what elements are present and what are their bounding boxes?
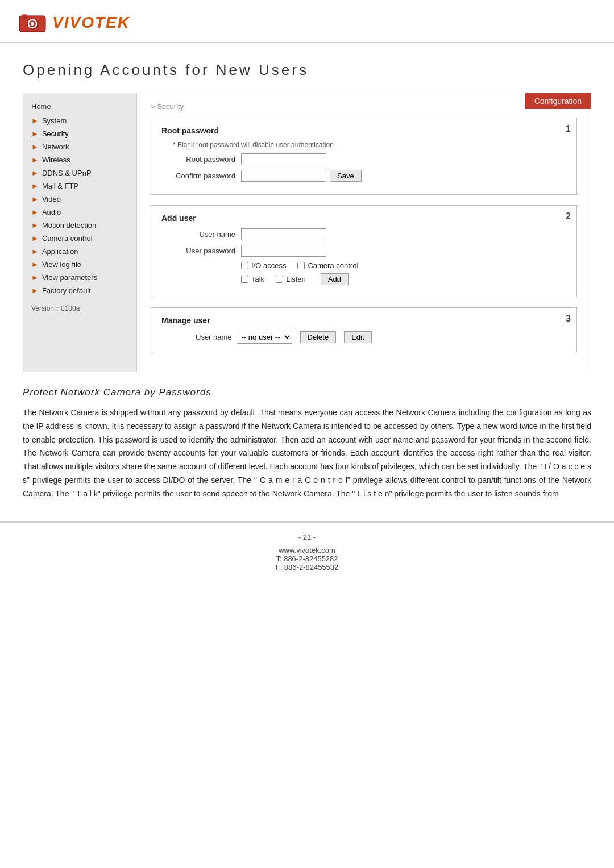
delete-user-button[interactable]: Delete: [300, 331, 337, 343]
io-camera-row: I/O access Camera control: [161, 261, 566, 270]
svg-rect-4: [22, 15, 27, 18]
vivotek-logo-icon: [17, 10, 48, 35]
footer-page-number: - 21 -: [0, 533, 614, 541]
sidebar-label-view-log: View log file: [42, 260, 81, 269]
config-panel: Configuration Home ► System ► Security: [23, 93, 591, 372]
io-access-checkbox-item: I/O access: [241, 261, 286, 270]
manage-username-label: User name: [196, 333, 232, 341]
sidebar-label-factory: Factory default: [42, 286, 91, 295]
listen-checkbox-item: Listen: [276, 275, 306, 283]
arrow-icon: ►: [31, 260, 39, 269]
arrow-icon: ►: [31, 286, 39, 295]
sidebar-item-system[interactable]: ► System: [23, 114, 136, 127]
config-label: Configuration: [525, 93, 591, 109]
sidebar-label-motion: Motion detection: [42, 221, 96, 229]
sidebar-label-view-params: View parameters: [42, 273, 97, 282]
footer-phone: T: 886-2-82455282: [0, 554, 614, 563]
sidebar-label-wireless: Wireless: [42, 156, 70, 164]
sidebar-item-network[interactable]: ► Network: [23, 140, 136, 153]
root-password-label: Root password: [161, 155, 241, 164]
arrow-icon: ►: [31, 195, 39, 203]
sidebar-item-camera-control[interactable]: ► Camera control: [23, 232, 136, 245]
edit-user-button[interactable]: Edit: [344, 331, 371, 343]
protect-subtitle: Protect Network Camera by Passwords: [23, 387, 591, 398]
section-number-2: 2: [566, 211, 571, 222]
home-label: Home: [31, 102, 51, 111]
sidebar-version: Version：0100a: [23, 299, 136, 318]
talk-label: Talk: [251, 275, 264, 283]
talk-listen-row: Talk Listen Add: [161, 273, 566, 285]
talk-checkbox[interactable]: [241, 276, 248, 283]
user-password-row: User password: [161, 245, 566, 257]
sidebar-item-security[interactable]: ► Security: [23, 127, 136, 140]
confirm-password-label: Confirm password: [161, 172, 241, 180]
sidebar-item-video[interactable]: ► Video: [23, 193, 136, 206]
username-input[interactable]: [241, 228, 326, 240]
arrow-icon: ►: [31, 234, 39, 243]
confirm-password-input[interactable]: [241, 170, 326, 182]
add-user-button[interactable]: Add: [321, 273, 349, 285]
user-password-label: User password: [161, 247, 241, 255]
root-password-row: Root password: [161, 153, 566, 165]
manage-user-row: User name -- no user -- Delete Edit: [161, 331, 566, 344]
sidebar-item-audio[interactable]: ► Audio: [23, 206, 136, 219]
header: VIVOTEK: [0, 0, 614, 43]
section-title-add-user: Add user: [161, 214, 566, 223]
footer-fax: F: 886-2-82455532: [0, 563, 614, 571]
sidebar-label-mail-ftp: Mail & FTP: [42, 182, 78, 190]
io-access-label: I/O access: [251, 261, 286, 270]
security-breadcrumb: > Security: [151, 102, 577, 111]
sidebar-item-view-log[interactable]: ► View log file: [23, 258, 136, 271]
arrow-icon: ►: [31, 130, 39, 138]
listen-label: Listen: [286, 275, 306, 283]
sidebar-item-wireless[interactable]: ► Wireless: [23, 153, 136, 166]
listen-checkbox[interactable]: [276, 276, 283, 283]
sidebar-item-factory-default[interactable]: ► Factory default: [23, 284, 136, 297]
camera-control-checkbox-item: Camera control: [297, 261, 358, 270]
arrow-icon: ►: [31, 156, 39, 164]
sidebar-label-security: Security: [42, 130, 69, 138]
sidebar-item-application[interactable]: ► Application: [23, 245, 136, 258]
talk-checkbox-item: Talk: [241, 275, 264, 283]
content-area: > Security 1 Root password * Blank root …: [137, 93, 591, 372]
confirm-password-row: Confirm password Save: [161, 170, 566, 182]
arrow-icon: ►: [31, 221, 39, 229]
section-title-root-password: Root password: [161, 126, 566, 135]
section-number-1: 1: [566, 124, 571, 134]
arrow-icon: ►: [31, 143, 39, 151]
user-password-input[interactable]: [241, 245, 326, 257]
arrow-icon: ►: [31, 116, 39, 125]
sidebar-item-motion-detection[interactable]: ► Motion detection: [23, 219, 136, 232]
main-content: Configuration Home ► System ► Security: [23, 93, 591, 501]
sidebar-item-ddns[interactable]: ► DDNS & UPnP: [23, 166, 136, 180]
sidebar-label-network: Network: [42, 143, 69, 151]
panel-body: Home ► System ► Security ► Network: [23, 93, 591, 372]
sidebar: Home ► System ► Security ► Network: [23, 93, 137, 372]
sidebar-label-application: Application: [42, 247, 78, 256]
save-button[interactable]: Save: [330, 170, 362, 182]
svg-point-3: [31, 22, 34, 26]
arrow-icon: ►: [31, 247, 39, 256]
manage-user-select[interactable]: -- no user --: [237, 331, 292, 344]
camera-control-label: Camera control: [308, 261, 358, 270]
sidebar-item-home[interactable]: Home: [23, 99, 136, 114]
arrow-icon: ►: [31, 208, 39, 216]
section-title-manage-user: Manage user: [161, 316, 566, 325]
body-text: The Network Camera is shipped without an…: [23, 406, 591, 501]
io-access-checkbox[interactable]: [241, 262, 248, 269]
logo-text: VIVOTEK: [52, 14, 130, 32]
root-password-input[interactable]: [241, 153, 326, 165]
camera-control-checkbox[interactable]: [297, 262, 305, 269]
sidebar-label-ddns: DDNS & UPnP: [42, 169, 92, 177]
sidebar-item-view-parameters[interactable]: ► View parameters: [23, 271, 136, 284]
section-root-password: 1 Root password * Blank root password wi…: [151, 118, 577, 195]
sidebar-item-mail-ftp[interactable]: ► Mail & FTP: [23, 180, 136, 193]
footer-website: www.vivotek.com: [0, 546, 614, 554]
section-note-root-password: * Blank root password will disable user …: [161, 141, 566, 149]
sidebar-label-audio: Audio: [42, 208, 61, 216]
section-number-3: 3: [566, 314, 571, 324]
username-label: User name: [161, 230, 241, 239]
arrow-icon: ►: [31, 182, 39, 190]
arrow-icon: ►: [31, 273, 39, 282]
sidebar-label-system: System: [42, 116, 67, 125]
